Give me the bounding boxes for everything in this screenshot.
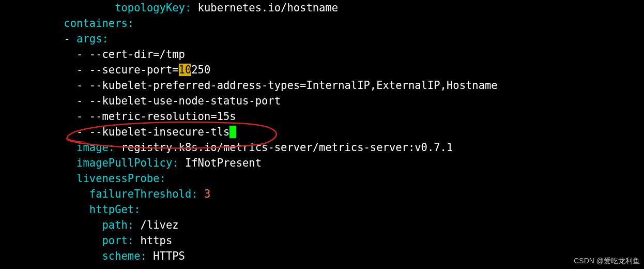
yaml-key: topologyKey: [115, 2, 185, 14]
line-arg-metric-res: - --metric-resolution=15s: [0, 110, 236, 123]
yaml-code-block: topologyKey: kubernetes.io/hostname cont…: [0, 0, 644, 264]
line-containers: containers:: [0, 17, 134, 29]
line-scheme: scheme: HTTPS: [0, 250, 185, 262]
yaml-value: registry.k8s.io/metrics-server/metrics-s…: [115, 141, 453, 154]
arg-value: --metric-resolution=15s: [89, 110, 236, 123]
yaml-value: HTTPS: [147, 250, 185, 262]
yaml-key: image: [76, 141, 109, 154]
line-arg-secure-port: - --secure-port=10250: [0, 64, 210, 76]
line-port: port: https: [0, 234, 172, 247]
arg-value: --kubelet-use-node-status-port: [89, 95, 281, 107]
yaml-key: scheme: [102, 250, 140, 262]
yaml-list-dash: -: [76, 79, 89, 92]
line-image: image: registry.k8s.io/metrics-server/me…: [0, 141, 453, 154]
yaml-list-dash: -: [76, 110, 89, 123]
yaml-key: args: [76, 33, 102, 45]
yaml-key: livenessProbe: [76, 172, 159, 185]
yaml-key: failureThreshold: [89, 188, 191, 200]
yaml-key: port: [102, 234, 127, 247]
line-arg-preferred: - --kubelet-preferred-address-types=Inte…: [0, 79, 498, 92]
yaml-value: https: [134, 234, 172, 247]
search-highlight: 10: [179, 64, 192, 76]
line-livenessProbe: livenessProbe:: [0, 172, 166, 185]
terminal-cursor: [229, 126, 236, 138]
line-arg-cert-dir: - --cert-dir=/tmp: [0, 48, 185, 61]
yaml-value: /livez: [134, 219, 178, 231]
arg-value: --kubelet-preferred-address-types=Intern…: [89, 79, 498, 92]
line-imagePullPolicy: imagePullPolicy: IfNotPresent: [0, 157, 262, 169]
yaml-key: imagePullPolicy: [76, 157, 172, 169]
yaml-list-dash: -: [76, 126, 89, 138]
line-httpGet: httpGet:: [0, 203, 141, 216]
line-arg-insecure: - --kubelet-insecure-tls: [0, 126, 236, 138]
yaml-key: httpGet: [89, 203, 134, 216]
yaml-list-dash: -: [76, 64, 89, 76]
yaml-value: IfNotPresent: [179, 157, 262, 169]
line-args: - args:: [0, 33, 109, 45]
yaml-list-dash: -: [64, 33, 76, 45]
arg-value: 250: [191, 64, 210, 76]
yaml-list-dash: -: [76, 95, 89, 107]
yaml-key: path: [102, 219, 127, 231]
arg-value: --kubelet-insecure-tls: [89, 126, 230, 138]
yaml-value-number: 3: [204, 188, 210, 200]
yaml-value: kubernetes.io/hostname: [191, 2, 338, 14]
line-topologyKey: topologyKey: kubernetes.io/hostname: [0, 2, 338, 14]
arg-value: --secure-port=: [89, 64, 179, 76]
line-path: path: /livez: [0, 219, 179, 231]
yaml-list-dash: -: [76, 48, 89, 61]
arg-value: --cert-dir=/tmp: [89, 48, 185, 61]
line-arg-node-status: - --kubelet-use-node-status-port: [0, 95, 281, 107]
line-failureThreshold: failureThreshold: 3: [0, 188, 210, 200]
yaml-key: containers: [64, 17, 127, 29]
watermark: CSDN @爱吃龙利鱼: [574, 257, 640, 266]
